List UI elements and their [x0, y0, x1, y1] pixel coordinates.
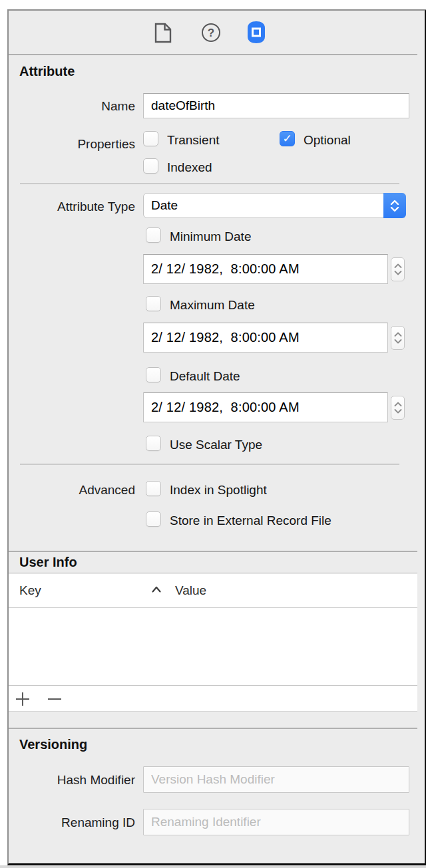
- user-info-toolbar: [9, 686, 417, 712]
- stepper-up-icon: [394, 402, 402, 406]
- attribute-type-dropdown[interactable]: Date: [143, 193, 406, 218]
- attribute-type-value: Date: [151, 194, 178, 217]
- stepper-down-icon: [394, 409, 402, 414]
- section-divider: [9, 728, 417, 729]
- indexed-checkbox[interactable]: [143, 158, 158, 174]
- use-scalar-type-checkbox-label: Use Scalar Type: [170, 438, 262, 452]
- document-icon: [154, 23, 172, 43]
- minimum-date-checkbox-label: Minimum Date: [170, 229, 251, 244]
- add-row-button[interactable]: [15, 691, 31, 707]
- renaming-id-input[interactable]: [143, 809, 409, 835]
- file-inspector-tab[interactable]: [154, 23, 172, 46]
- key-column-header[interactable]: Key: [19, 583, 41, 598]
- hash-modifier-label: Hash Modifier: [9, 773, 135, 788]
- maximum-date-checkbox-label: Maximum Date: [170, 298, 255, 313]
- user-info-table-header[interactable]: Key Value: [9, 574, 417, 608]
- sort-ascending-icon: [151, 585, 162, 593]
- stepper-down-icon: [394, 271, 402, 275]
- maximum-date-value: 2/ 12/ 1982, 8:00:00 AM: [151, 330, 300, 345]
- indexed-checkbox-label: Indexed: [167, 160, 212, 175]
- minimum-date-field[interactable]: 2/ 12/ 1982, 8:00:00 AM: [143, 254, 388, 284]
- optional-checkbox[interactable]: [280, 131, 295, 146]
- separator: [20, 464, 399, 465]
- maximum-date-field[interactable]: 2/ 12/ 1982, 8:00:00 AM: [143, 323, 388, 353]
- renaming-id-label: Renaming ID: [9, 815, 135, 830]
- hash-modifier-input[interactable]: [143, 766, 409, 793]
- optional-checkbox-label: Optional: [304, 133, 351, 148]
- minimum-date-value: 2/ 12/ 1982, 8:00:00 AM: [151, 261, 300, 277]
- transient-checkbox-label: Transient: [167, 133, 220, 148]
- attribute-type-label: Attribute Type: [9, 200, 135, 214]
- default-date-checkbox[interactable]: [146, 367, 161, 382]
- data-model-icon: [246, 21, 266, 44]
- section-title-user-info: User Info: [19, 555, 77, 570]
- remove-row-button[interactable]: [47, 691, 63, 707]
- stepper-up-icon: [394, 332, 402, 337]
- properties-label: Properties: [9, 137, 135, 152]
- advanced-label: Advanced: [9, 483, 135, 498]
- section-title-versioning: Versioning: [19, 737, 87, 752]
- value-column-header[interactable]: Value: [175, 583, 206, 598]
- user-info-header-bar: User Info: [9, 552, 417, 573]
- index-in-spotlight-checkbox[interactable]: [146, 481, 161, 496]
- quick-help-inspector-tab[interactable]: [202, 23, 220, 42]
- name-label: Name: [9, 99, 135, 114]
- minimum-date-checkbox[interactable]: [146, 227, 161, 243]
- xcode-inspector-panel: Attribute Name Properties Transient Opti…: [0, 0, 426, 868]
- minimum-date-stepper[interactable]: [391, 257, 405, 281]
- store-external-checkbox-label: Store in External Record File: [170, 513, 331, 528]
- default-date-checkbox-label: Default Date: [170, 369, 240, 384]
- name-input[interactable]: [143, 93, 409, 118]
- stepper-down-icon: [394, 339, 402, 344]
- inspector-toolbar: [9, 11, 417, 55]
- section-title-attribute: Attribute: [19, 64, 75, 79]
- separator: [20, 183, 399, 184]
- use-scalar-type-checkbox[interactable]: [146, 436, 161, 451]
- default-date-stepper[interactable]: [391, 396, 405, 420]
- data-model-inspector-tab[interactable]: [246, 21, 266, 47]
- maximum-date-stepper[interactable]: [391, 326, 405, 350]
- stepper-up-icon: [394, 263, 402, 268]
- chevron-up-down-icon: [383, 193, 406, 218]
- index-in-spotlight-checkbox-label: Index in Spotlight: [170, 483, 267, 498]
- minus-icon: [47, 691, 63, 707]
- window-edge: [0, 865, 426, 868]
- transient-checkbox[interactable]: [143, 131, 158, 146]
- default-date-value: 2/ 12/ 1982, 8:00:00 AM: [151, 400, 300, 415]
- plus-icon: [15, 691, 31, 707]
- attribute-inspector: Attribute Name Properties Transient Opti…: [7, 9, 426, 865]
- default-date-field[interactable]: 2/ 12/ 1982, 8:00:00 AM: [143, 392, 388, 422]
- store-external-checkbox[interactable]: [146, 511, 161, 527]
- user-info-table-body[interactable]: [9, 608, 417, 686]
- maximum-date-checkbox[interactable]: [146, 296, 161, 311]
